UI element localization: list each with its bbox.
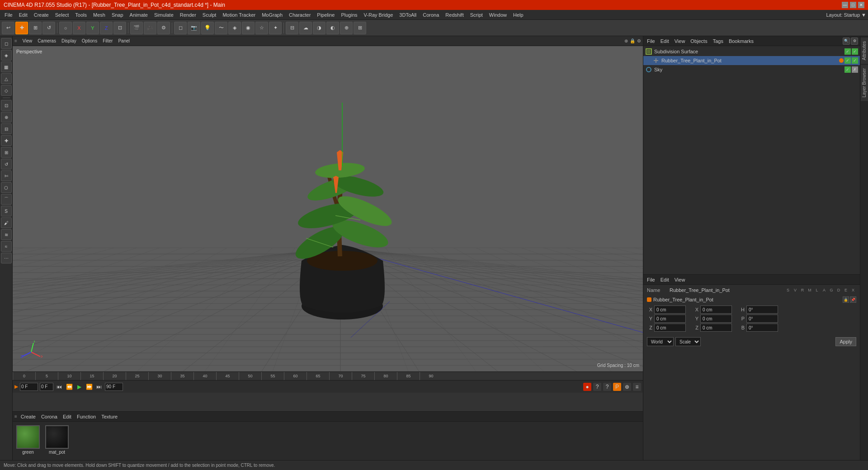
coord-x-pos[interactable]: [654, 306, 686, 314]
move-tool-left[interactable]: ✚: [1, 135, 12, 146]
sky-vis-render[interactable]: ✗: [852, 66, 858, 73]
scene-btn[interactable]: ☆: [255, 22, 268, 34]
lock-icon[interactable]: 🔒: [843, 296, 849, 303]
om-tags-menu[interactable]: Tags: [711, 38, 725, 44]
menu-simulate[interactable]: Simulate: [151, 11, 176, 19]
viewport-filter-menu[interactable]: Filter: [101, 38, 114, 44]
menu-motion-tracker[interactable]: Motion Tracker: [220, 11, 258, 19]
scale-tool-left[interactable]: ⊞: [1, 147, 12, 158]
attr-edit-menu[interactable]: Edit: [659, 277, 671, 283]
coord-z-pos[interactable]: [654, 324, 686, 332]
viewport-display-menu[interactable]: Display: [60, 38, 78, 44]
menu-animate[interactable]: Animate: [127, 11, 151, 19]
menu-render[interactable]: Render: [177, 11, 199, 19]
hair-tool[interactable]: ≋: [1, 229, 12, 240]
undo-button[interactable]: ↩: [2, 22, 14, 34]
object-mode[interactable]: ○: [59, 22, 72, 34]
om-view-menu[interactable]: View: [673, 38, 687, 44]
coord-p-val[interactable]: [746, 315, 778, 323]
rubber-tree-vis-top[interactable]: ✓: [844, 57, 851, 64]
menu-snap[interactable]: Snap: [109, 11, 126, 19]
play-btn[interactable]: ▶: [75, 383, 83, 391]
om-bookmarks-menu[interactable]: Bookmarks: [727, 38, 755, 44]
viewport-settings-icon[interactable]: ⚙: [637, 38, 641, 43]
apply-button[interactable]: Apply: [835, 337, 856, 346]
coord-y-pos[interactable]: [654, 315, 686, 323]
rectangle-selection[interactable]: ⊟: [1, 123, 12, 134]
world-space-select[interactable]: World Object: [647, 337, 674, 346]
attributes-tab[interactable]: Attributes: [861, 38, 868, 64]
viewport-cameras-menu[interactable]: Cameras: [36, 38, 58, 44]
coord-x-rot[interactable]: [700, 306, 732, 314]
om-search-btn[interactable]: 🔍: [843, 38, 850, 45]
menu-help[interactable]: Help: [510, 11, 526, 19]
viewport-options-menu[interactable]: Options: [80, 38, 99, 44]
object-btn[interactable]: ◻: [174, 22, 187, 34]
coord-y-rot[interactable]: [700, 315, 732, 323]
camera-btn[interactable]: 📷: [188, 22, 200, 34]
menu-create[interactable]: Create: [31, 11, 52, 19]
nurbs-btn[interactable]: ◈: [228, 22, 241, 34]
end-frame-input[interactable]: [105, 383, 123, 391]
coord-z-rot[interactable]: [700, 324, 732, 332]
auto-key-btn[interactable]: ?: [593, 383, 601, 391]
selection-tool[interactable]: ⊡: [1, 100, 12, 111]
mat-texture-menu[interactable]: Texture: [99, 414, 119, 420]
record-btn[interactable]: ●: [583, 383, 591, 391]
maximize-button[interactable]: □: [850, 2, 856, 8]
spline-btn[interactable]: 〜: [215, 22, 227, 34]
grid-btn[interactable]: ⊞: [354, 22, 366, 34]
object-row-rubber-tree[interactable]: Rubber_Tree_Plant_in_Pot ✓ ✓: [643, 56, 860, 65]
menu-pipeline[interactable]: Pipeline: [314, 11, 337, 19]
om-objects-menu[interactable]: Objects: [689, 38, 709, 44]
menu-edit[interactable]: Edit: [16, 11, 30, 19]
play-to-end-btn[interactable]: ⏭: [95, 383, 103, 391]
effects-btn[interactable]: ✦: [269, 22, 282, 34]
step-forward-btn[interactable]: ⏩: [85, 383, 93, 391]
more-tl-btn[interactable]: ≡: [633, 383, 641, 391]
rotate-tool-left[interactable]: ↺: [1, 159, 12, 169]
world-coords[interactable]: ⊡: [113, 22, 126, 34]
coord-b-val[interactable]: [746, 324, 778, 332]
light-btn[interactable]: 💡: [201, 22, 214, 34]
paint-tool[interactable]: 🖌: [1, 217, 12, 228]
snap-btn[interactable]: ⊕: [340, 22, 353, 34]
subdiv-vis-top[interactable]: ✓: [844, 48, 851, 55]
viewport-maximize-icon[interactable]: ⊕: [624, 38, 628, 43]
menu-corona[interactable]: Corona: [420, 11, 442, 19]
knife-tool[interactable]: ✄: [1, 170, 12, 181]
menu-plugins[interactable]: Plugins: [338, 11, 360, 19]
material-btn[interactable]: ◑: [313, 22, 326, 34]
mat-edit-menu[interactable]: Edit: [61, 414, 73, 420]
bend-tool[interactable]: ⌒: [1, 194, 12, 205]
live-selection[interactable]: ⊕: [1, 112, 12, 122]
z-axis[interactable]: Z: [100, 22, 113, 34]
move-tool[interactable]: ✚: [15, 22, 28, 34]
menu-redshift[interactable]: Redshift: [443, 11, 466, 19]
scale-tool[interactable]: ⊞: [29, 22, 42, 34]
start-frame-input[interactable]: [40, 383, 53, 391]
sky-vis-top[interactable]: ✓: [844, 66, 851, 73]
polygon-mode-btn[interactable]: ▦: [1, 61, 12, 72]
smooth-tool[interactable]: S: [1, 206, 12, 216]
close-button[interactable]: ✕: [858, 2, 864, 8]
3d-viewport[interactable]: Perspective Grid Spacing : 10 cm: [13, 46, 643, 371]
key-info-btn[interactable]: ?: [603, 383, 611, 391]
texture-mode-btn[interactable]: ◈: [1, 50, 12, 61]
layer-browser-tab[interactable]: Layer Browser: [861, 65, 868, 101]
green-material-preview[interactable]: [16, 425, 40, 449]
current-frame-input[interactable]: [20, 383, 38, 391]
keyframe-btn[interactable]: P: [613, 383, 621, 391]
mat-function-menu[interactable]: Function: [75, 414, 98, 420]
subdiv-vis-render[interactable]: ✓: [852, 48, 858, 55]
extrude-tool[interactable]: ⬡: [1, 182, 12, 193]
om-file-menu[interactable]: File: [645, 38, 657, 44]
scale-select[interactable]: Scale: [675, 337, 701, 346]
attr-file-menu[interactable]: File: [645, 277, 657, 283]
more-tool[interactable]: ⋯: [1, 253, 12, 263]
edge-mode-btn[interactable]: △: [1, 73, 12, 84]
menu-window[interactable]: Window: [486, 11, 509, 19]
render-preview[interactable]: 🎬: [130, 22, 143, 34]
om-edit-menu[interactable]: Edit: [659, 38, 671, 44]
menu-mograph[interactable]: MoGraph: [259, 11, 285, 19]
